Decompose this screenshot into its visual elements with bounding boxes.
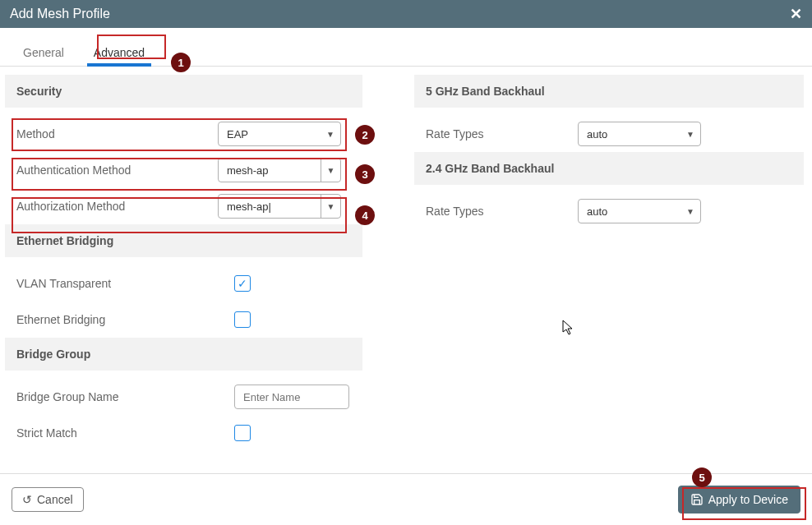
vlan-row: VLAN Transparent ✓ xyxy=(5,265,406,302)
method-label: Method xyxy=(16,127,218,140)
apply-button[interactable]: Apply to Device xyxy=(678,486,800,513)
vlan-checkbox[interactable]: ✓ xyxy=(234,275,251,292)
ethernet-heading: Ethernet Bridging xyxy=(5,224,362,257)
backhaul24-rate-row: Rate Types auto ▼ xyxy=(414,193,804,229)
vlan-label: VLAN Transparent xyxy=(16,277,234,290)
bridge-group-heading: Bridge Group xyxy=(5,338,362,371)
backhaul5-rate-select[interactable]: auto ▼ xyxy=(578,122,701,146)
save-icon xyxy=(690,493,704,506)
right-column: 5 GHz Band Backhaul Rate Types auto ▼ 2.… xyxy=(406,75,812,469)
strict-label: Strict Match xyxy=(16,426,234,440)
chevron-down-icon: ▼ xyxy=(681,130,700,139)
eth-bridge-label: Ethernet Bridging xyxy=(16,313,234,326)
backhaul5-heading: 5 GHz Band Backhaul xyxy=(414,75,804,108)
chevron-down-icon: ▼ xyxy=(681,207,700,216)
backhaul24-rate-value: auto xyxy=(579,205,681,218)
bridge-name-row: Bridge Group Name xyxy=(5,379,406,415)
method-row: Method EAP ▼ xyxy=(5,116,406,152)
auth-method-label: Authentication Method xyxy=(16,163,218,177)
undo-icon: ↺ xyxy=(22,493,32,506)
strict-row: Strict Match xyxy=(5,415,406,451)
cancel-button[interactable]: ↺ Cancel xyxy=(12,487,84,512)
authz-method-value: mesh-ap| xyxy=(219,200,321,213)
eth-bridge-row: Ethernet Bridging xyxy=(5,302,406,338)
close-icon[interactable]: ✕ xyxy=(790,5,802,23)
eth-bridge-checkbox[interactable] xyxy=(234,311,251,328)
tab-general-label: General xyxy=(23,46,64,59)
chevron-down-icon: ▼ xyxy=(321,130,340,139)
cancel-label: Cancel xyxy=(37,493,73,506)
dialog-title: Add Mesh Profile xyxy=(10,7,110,21)
authz-method-select[interactable]: mesh-ap| ▼ xyxy=(218,194,341,219)
apply-label: Apply to Device xyxy=(708,493,788,506)
left-column: Security Method EAP ▼ Authentication Met… xyxy=(0,75,406,469)
authz-method-row: Authorization Method mesh-ap| ▼ xyxy=(5,188,406,224)
auth-method-row: Authentication Method mesh-ap ▼ xyxy=(5,152,406,188)
method-value: EAP xyxy=(219,128,321,140)
tab-general[interactable]: General xyxy=(8,39,79,66)
bridge-name-label: Bridge Group Name xyxy=(16,390,234,403)
tab-advanced[interactable]: Advanced xyxy=(79,39,159,66)
auth-method-select[interactable]: mesh-ap ▼ xyxy=(218,158,341,182)
chevron-down-icon: ▼ xyxy=(321,195,340,218)
chevron-down-icon: ▼ xyxy=(321,159,340,182)
bridge-name-input[interactable] xyxy=(234,385,349,409)
strict-checkbox[interactable] xyxy=(234,425,251,441)
titlebar: Add Mesh Profile ✕ xyxy=(0,0,812,28)
auth-method-value: mesh-ap xyxy=(219,164,321,177)
tab-advanced-label: Advanced xyxy=(94,46,145,59)
backhaul24-heading: 2.4 GHz Band Backhaul xyxy=(414,152,804,185)
backhaul24-rate-select[interactable]: auto ▼ xyxy=(578,199,701,223)
authz-method-label: Authorization Method xyxy=(16,200,218,213)
security-heading: Security xyxy=(5,75,362,108)
content: Security Method EAP ▼ Authentication Met… xyxy=(0,67,812,469)
backhaul24-rate-label: Rate Types xyxy=(426,205,578,218)
backhaul5-rate-value: auto xyxy=(579,128,681,140)
backhaul5-rate-label: Rate Types xyxy=(426,127,578,140)
footer: ↺ Cancel Apply to Device xyxy=(0,473,812,525)
method-select[interactable]: EAP ▼ xyxy=(218,122,341,146)
backhaul5-rate-row: Rate Types auto ▼ xyxy=(414,116,804,152)
tabs: General Advanced xyxy=(0,39,812,67)
